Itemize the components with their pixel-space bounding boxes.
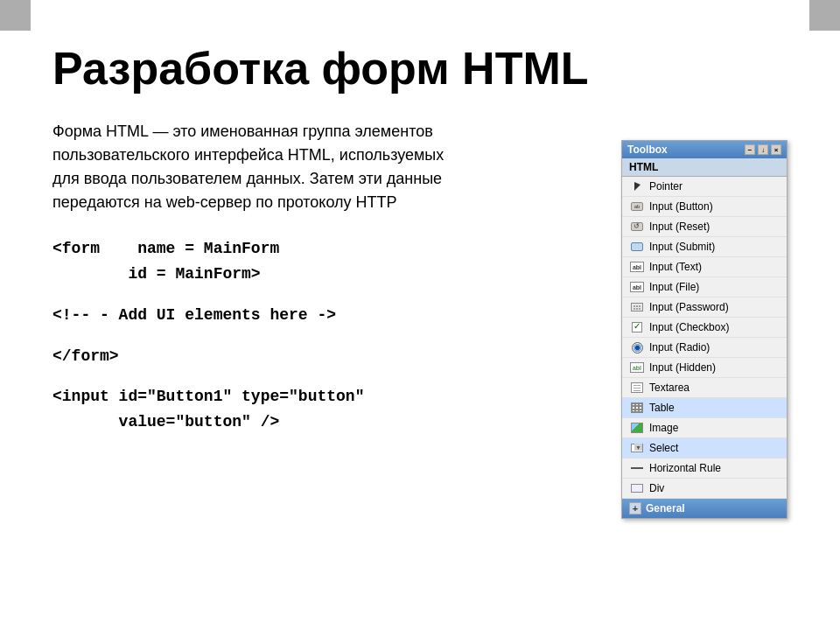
reset-icon bbox=[629, 219, 645, 234]
toolbox-section-label: HTML bbox=[629, 161, 658, 173]
toolbox-titlebar-buttons: − ↓ × bbox=[745, 144, 781, 155]
toolbox-item-label: Input (Radio) bbox=[649, 341, 710, 354]
toolbox-expand-icon[interactable]: + bbox=[629, 502, 641, 514]
select-icon bbox=[629, 440, 645, 456]
toolbox-item-textarea[interactable]: Textarea bbox=[622, 378, 787, 398]
toolbox-item-label: Input (Text) bbox=[649, 261, 702, 273]
toolbox-item-div[interactable]: Div bbox=[622, 479, 787, 499]
toolbox-item-label: Input (Reset) bbox=[649, 220, 710, 233]
checkbox-icon bbox=[629, 319, 645, 335]
hidden-icon: abl bbox=[629, 360, 645, 375]
toolbox-item-input-radio[interactable]: Input (Radio) bbox=[622, 338, 787, 358]
toolbox-item-input-checkbox[interactable]: Input (Checkbox) bbox=[622, 318, 787, 338]
toolbox-item-label: Input (Button) bbox=[649, 200, 713, 213]
image-icon bbox=[629, 420, 645, 436]
pointer-icon bbox=[629, 178, 645, 194]
toolbox-item-label: Horizontal Rule bbox=[649, 462, 721, 474]
submit-icon bbox=[629, 239, 645, 255]
toolbox-item-input-submit[interactable]: Input (Submit) bbox=[622, 237, 787, 257]
slide-description: Форма HTML — это именованная группа элем… bbox=[52, 120, 472, 214]
toolbox-item-label: Pointer bbox=[649, 180, 682, 192]
toolbox-section-header[interactable]: HTML bbox=[622, 158, 787, 177]
toolbox-item-label: Input (File) bbox=[649, 281, 699, 293]
toolbox-item-input-hidden[interactable]: abl Input (Hidden) bbox=[622, 358, 787, 378]
toolbox-titlebar: Toolbox − ↓ × bbox=[622, 141, 787, 158]
file-icon: abl bbox=[629, 279, 645, 295]
hr-icon bbox=[629, 460, 645, 476]
toolbox-arrow-button[interactable]: ↓ bbox=[758, 144, 768, 155]
toolbox-title: Toolbox bbox=[627, 144, 668, 156]
toolbox-item-label: Input (Submit) bbox=[649, 241, 715, 253]
toolbox-pin-button[interactable]: − bbox=[745, 144, 755, 155]
toolbox-item-hr[interactable]: Horizontal Rule bbox=[622, 458, 787, 479]
toolbox-item-label: Table bbox=[649, 402, 675, 414]
toolbox-item-label: Div bbox=[649, 482, 664, 494]
text-icon: abl bbox=[629, 259, 645, 275]
toolbox-item-label: Textarea bbox=[649, 382, 690, 394]
toolbox-item-input-reset[interactable]: Input (Reset) bbox=[622, 217, 787, 237]
decoration-top-left bbox=[0, 0, 31, 31]
toolbox-item-label: Input (Password) bbox=[649, 301, 729, 313]
toolbox-footer[interactable]: + General bbox=[622, 499, 787, 518]
radio-icon bbox=[629, 340, 645, 355]
toolbox-item-label: Input (Hidden) bbox=[649, 361, 716, 374]
toolbox-item-label: Select bbox=[649, 442, 678, 454]
table-icon bbox=[629, 400, 645, 416]
toolbox-item-table[interactable]: Table bbox=[622, 398, 787, 418]
toolbox-item-label: Input (Checkbox) bbox=[649, 321, 729, 333]
slide-title: Разработка форм HTML bbox=[52, 44, 788, 94]
button-icon: ab bbox=[629, 199, 645, 214]
toolbox-close-button[interactable]: × bbox=[771, 144, 781, 155]
toolbox-panel: Toolbox − ↓ × HTML Pointer ab Input (But… bbox=[621, 140, 788, 519]
slide-container: Разработка форм HTML Форма HTML — это им… bbox=[0, 0, 840, 630]
toolbox-footer-label: General bbox=[646, 502, 685, 514]
div-icon bbox=[629, 480, 645, 496]
toolbox-item-label: Image bbox=[649, 422, 678, 434]
textarea-icon bbox=[629, 380, 645, 396]
toolbox-item-pointer[interactable]: Pointer bbox=[622, 177, 787, 197]
toolbox-item-image[interactable]: Image bbox=[622, 418, 787, 438]
toolbox-item-input-password[interactable]: Input (Password) bbox=[622, 298, 787, 318]
toolbox-item-input-file[interactable]: abl Input (File) bbox=[622, 277, 787, 298]
toolbox-item-select[interactable]: Select bbox=[622, 438, 787, 458]
toolbox-item-input-button[interactable]: ab Input (Button) bbox=[622, 197, 787, 217]
decoration-top-right bbox=[809, 0, 840, 31]
password-icon bbox=[629, 299, 645, 315]
toolbox-item-input-text[interactable]: abl Input (Text) bbox=[622, 257, 787, 277]
